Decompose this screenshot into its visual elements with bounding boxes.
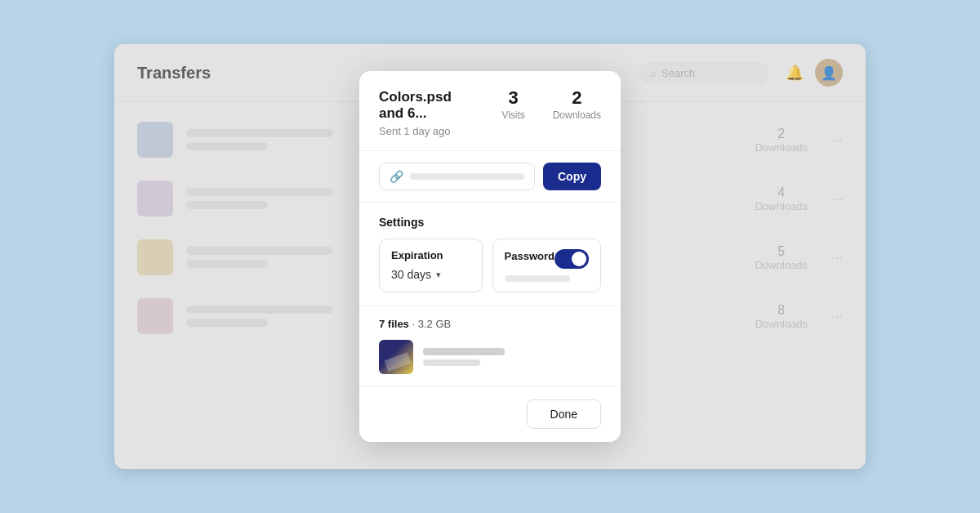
- done-button[interactable]: Done: [527, 399, 601, 429]
- expiration-select[interactable]: 30 days ▾: [391, 268, 470, 281]
- expiration-card: Expiration 30 days ▾: [379, 239, 483, 292]
- modal-link-row: 🔗 Copy: [359, 151, 621, 203]
- toggle-knob: [572, 252, 586, 266]
- modal-header: Colors.psd and 6... Sent 1 day ago 3 Vis…: [359, 71, 621, 151]
- expiration-value: 30 days: [391, 268, 431, 281]
- password-label: Password: [505, 250, 555, 262]
- settings-label: Settings: [379, 216, 601, 229]
- files-size: 3.2 GB: [418, 318, 451, 330]
- password-toggle[interactable]: [555, 249, 589, 269]
- modal-files: 7 files · 3.2 GB: [359, 306, 621, 386]
- file-size-bar: [423, 359, 480, 366]
- file-item: [379, 340, 601, 374]
- copy-button[interactable]: Copy: [543, 163, 601, 190]
- settings-cards: Expiration 30 days ▾ Password: [379, 239, 601, 292]
- modal-settings: Settings Expiration 30 days ▾ Password: [359, 203, 621, 306]
- modal-title-area: Colors.psd and 6... Sent 1 day ago: [379, 89, 474, 137]
- files-count: 7 files: [379, 318, 409, 330]
- link-bar: [410, 173, 524, 180]
- files-separator: ·: [412, 318, 417, 330]
- password-card: Password: [492, 239, 601, 292]
- files-header: 7 files · 3.2 GB: [379, 318, 601, 330]
- modal-title: Colors.psd and 6...: [379, 89, 474, 122]
- modal-stat-visits: 3 Visits: [494, 89, 533, 121]
- app-window: Transfers ⌕ Search 🔔 👤 2 Downloads ···: [114, 44, 866, 469]
- password-card-inner: Password: [505, 249, 589, 269]
- expiration-label: Expiration: [391, 249, 470, 261]
- visits-count: 3: [509, 89, 519, 107]
- file-thumb-stripe: [385, 352, 412, 371]
- downloads-count: 2: [572, 89, 581, 107]
- modal-footer: Done: [359, 386, 621, 442]
- chevron-down-icon: ▾: [436, 270, 441, 280]
- modal-subtitle: Sent 1 day ago: [379, 125, 474, 137]
- file-info: [423, 348, 505, 366]
- downloads-label: Downloads: [553, 109, 601, 121]
- file-name-bar: [423, 348, 505, 355]
- modal-dialog: Colors.psd and 6... Sent 1 day ago 3 Vis…: [359, 71, 621, 442]
- password-bar-row: [505, 275, 589, 282]
- visits-label: Visits: [501, 109, 524, 121]
- file-thumbnail: [379, 340, 413, 374]
- link-icon: 🔗: [390, 170, 403, 183]
- modal-stat-downloads: 2 Downloads: [553, 89, 601, 121]
- link-input[interactable]: 🔗: [379, 163, 535, 190]
- password-bar: [505, 275, 570, 282]
